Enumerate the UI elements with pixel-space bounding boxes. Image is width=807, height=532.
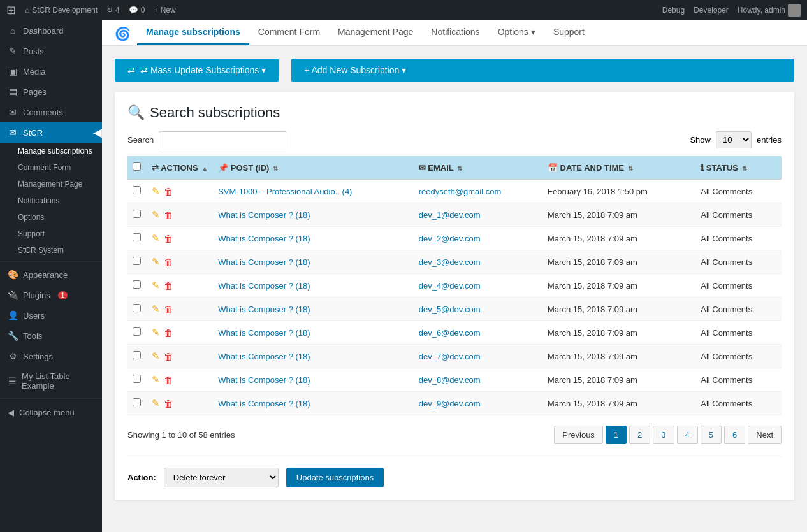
sidebar-item-comments[interactable]: ✉ Comments — [0, 102, 102, 122]
bulk-action-select[interactable]: Delete forever — [164, 468, 279, 487]
sidebar-item-appearance[interactable]: 🎨 Appearance — [0, 264, 102, 285]
howdy-item[interactable]: Howdy, admin — [738, 4, 801, 17]
email-link[interactable]: dev_2@dev.com — [419, 234, 481, 243]
edit-icon[interactable]: ✎ — [152, 185, 160, 197]
debug-link[interactable]: Debug — [662, 6, 685, 15]
delete-icon[interactable]: 🗑 — [164, 351, 173, 362]
post-link[interactable]: What is Composer ? (18) — [218, 328, 310, 338]
sidebar-item-posts[interactable]: ✎ Posts — [0, 41, 102, 61]
row-checkbox-9[interactable] — [133, 398, 141, 406]
sidebar-sub-support[interactable]: Support — [0, 226, 102, 242]
previous-button[interactable]: Previous — [554, 426, 603, 444]
edit-icon[interactable]: ✎ — [152, 209, 160, 220]
edit-icon[interactable]: ✎ — [152, 398, 160, 409]
page-2-button[interactable]: 2 — [629, 426, 650, 444]
sidebar-item-stcr[interactable]: ✉ StCR ◀ — [0, 122, 102, 143]
tab-options[interactable]: Options ▾ — [489, 20, 544, 45]
edit-icon[interactable]: ✎ — [152, 303, 160, 315]
delete-icon[interactable]: 🗑 — [164, 304, 173, 315]
sidebar-sub-comment-form[interactable]: Comment Form — [0, 159, 102, 176]
delete-icon[interactable]: 🗑 — [164, 375, 173, 385]
sidebar-sub-management-page[interactable]: Management Page — [0, 176, 102, 192]
actions-column-header[interactable]: ⇄ ACTIONS ▲ — [147, 156, 213, 180]
email-link[interactable]: dev_9@dev.com — [419, 399, 481, 408]
add-new-subscription-button[interactable]: + Add New Subscription ▾ — [291, 59, 794, 82]
search-input[interactable] — [159, 131, 286, 148]
sidebar-sub-manage-subscriptions[interactable]: Manage subscriptions — [0, 143, 102, 159]
email-link[interactable]: dev_3@dev.com — [419, 257, 481, 267]
post-link[interactable]: What is Composer ? (18) — [218, 305, 310, 314]
delete-icon[interactable]: 🗑 — [164, 233, 173, 244]
row-checkbox-4[interactable] — [133, 280, 141, 289]
collapse-menu-button[interactable]: ◀ Collapse menu — [0, 401, 102, 424]
entries-per-page-select[interactable]: 10 25 50 100 — [716, 131, 752, 148]
comments-item[interactable]: 💬 0 — [129, 6, 145, 15]
row-checkbox-1[interactable] — [133, 210, 141, 218]
tab-manage-subscriptions[interactable]: Manage subscriptions — [137, 20, 249, 45]
email-column-header[interactable]: ✉ EMAIL ⇅ — [414, 156, 542, 180]
new-content-item[interactable]: + New — [154, 6, 175, 15]
post-link[interactable]: What is Composer ? (18) — [218, 234, 310, 243]
post-link[interactable]: What is Composer ? (18) — [218, 399, 310, 408]
email-link[interactable]: dev_1@dev.com — [419, 210, 481, 220]
sidebar-item-users[interactable]: 👤 Users — [0, 305, 102, 326]
page-3-button[interactable]: 3 — [653, 426, 674, 444]
edit-icon[interactable]: ✎ — [152, 350, 160, 362]
post-link[interactable]: What is Composer ? (18) — [218, 375, 310, 385]
tab-notifications[interactable]: Notifications — [422, 20, 488, 45]
sidebar-item-tools[interactable]: 🔧 Tools — [0, 326, 102, 346]
mass-update-button[interactable]: ⇄ ⇄ Mass Update Subscriptions ▾ — [115, 59, 279, 82]
email-link[interactable]: dev_5@dev.com — [419, 305, 481, 314]
sidebar-sub-options[interactable]: Options — [0, 209, 102, 226]
sidebar-item-pages[interactable]: ▤ Pages — [0, 82, 102, 102]
page-6-button[interactable]: 6 — [724, 426, 745, 444]
email-link[interactable]: dev_6@dev.com — [419, 328, 481, 338]
sidebar-item-dashboard[interactable]: ⌂ Dashboard — [0, 20, 102, 41]
page-5-button[interactable]: 5 — [701, 426, 722, 444]
tab-comment-form[interactable]: Comment Form — [249, 20, 329, 45]
row-checkbox-7[interactable] — [133, 351, 141, 359]
delete-icon[interactable]: 🗑 — [164, 210, 173, 220]
edit-icon[interactable]: ✎ — [152, 280, 160, 291]
page-1-button[interactable]: 1 — [606, 426, 627, 444]
update-subscriptions-button[interactable]: Update subscriptions — [286, 468, 384, 487]
status-column-header[interactable]: ℹ STATUS ⇅ — [695, 156, 782, 180]
row-checkbox-5[interactable] — [133, 304, 141, 312]
delete-icon[interactable]: 🗑 — [164, 257, 173, 268]
delete-icon[interactable]: 🗑 — [164, 327, 173, 338]
row-checkbox-0[interactable] — [133, 186, 141, 194]
sidebar-sub-stcr-system[interactable]: StCR System — [0, 242, 102, 259]
row-checkbox-2[interactable] — [133, 233, 141, 241]
edit-icon[interactable]: ✎ — [152, 374, 160, 385]
email-link[interactable]: dev_8@dev.com — [419, 375, 481, 385]
date-column-header[interactable]: 📅 DATE AND TIME ⇅ — [542, 156, 695, 180]
delete-icon[interactable]: 🗑 — [164, 186, 173, 197]
edit-icon[interactable]: ✎ — [152, 327, 160, 338]
updates-item[interactable]: ↻ 4 — [106, 6, 120, 15]
edit-icon[interactable]: ✎ — [152, 256, 160, 268]
next-button[interactable]: Next — [748, 426, 782, 444]
sidebar-sub-notifications[interactable]: Notifications — [0, 192, 102, 209]
post-link[interactable]: What is Composer ? (18) — [218, 281, 310, 291]
sidebar-item-my-list-table[interactable]: ☰ My List Table Example — [0, 366, 102, 396]
edit-icon[interactable]: ✎ — [152, 233, 160, 244]
developer-link[interactable]: Developer — [694, 6, 729, 15]
tab-management-page[interactable]: Management Page — [329, 20, 422, 45]
post-link[interactable]: SVM-1000 – Professional Audio.. (4) — [218, 187, 352, 196]
site-name[interactable]: ⌂ StCR Development — [25, 6, 98, 15]
sidebar-item-settings[interactable]: ⚙ Settings — [0, 346, 102, 366]
delete-icon[interactable]: 🗑 — [164, 280, 173, 291]
sidebar-item-media[interactable]: ▣ Media — [0, 61, 102, 82]
post-link[interactable]: What is Composer ? (18) — [218, 210, 310, 220]
row-checkbox-6[interactable] — [133, 327, 141, 336]
page-4-button[interactable]: 4 — [677, 426, 698, 444]
post-link[interactable]: What is Composer ? (18) — [218, 352, 310, 361]
row-checkbox-3[interactable] — [133, 257, 141, 265]
tab-support[interactable]: Support — [544, 20, 593, 45]
post-column-header[interactable]: 📌 POST (ID) ⇅ — [213, 156, 414, 180]
row-checkbox-8[interactable] — [133, 375, 141, 383]
email-link[interactable]: dev_7@dev.com — [419, 352, 481, 361]
wp-logo-icon[interactable]: ⊞ — [6, 3, 16, 17]
email-link[interactable]: reedyseth@gmail.com — [419, 187, 502, 196]
sidebar-item-plugins[interactable]: 🔌 Plugins 1 — [0, 285, 102, 305]
